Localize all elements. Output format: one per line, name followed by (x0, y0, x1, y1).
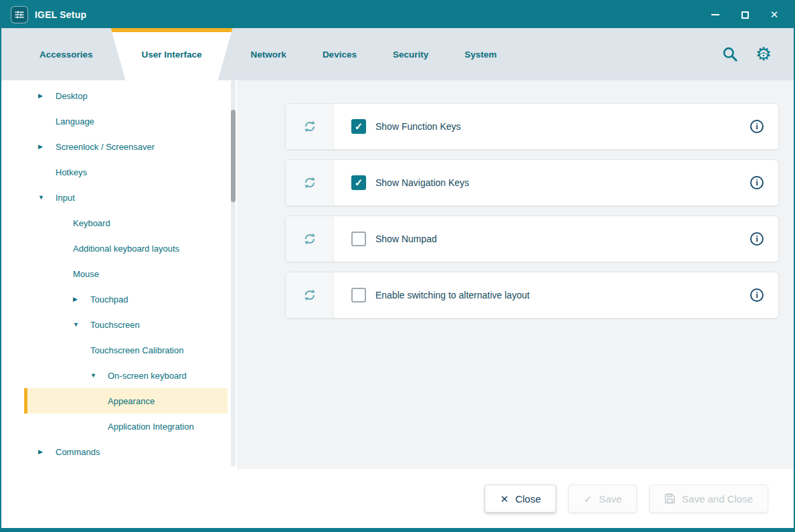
tab-label: User Interface (142, 50, 202, 60)
sidebar-item-appearance[interactable]: Appearance (24, 388, 228, 414)
info-icon[interactable]: i (750, 288, 764, 302)
save-and-close-button[interactable]: Save and Close (649, 484, 768, 513)
sidebar-item-touchpad[interactable]: ▶Touchpad (24, 286, 228, 312)
sidebar-item-label: Appearance (108, 396, 155, 406)
tab-network[interactable]: Network (233, 28, 304, 80)
tab-accessories[interactable]: Accessories (21, 28, 111, 80)
search-icon[interactable] (720, 44, 740, 64)
settings-list: ✓Show Function Keysi✓Show Navigation Key… (285, 103, 779, 319)
chevron-down-icon[interactable]: ▼ (73, 322, 90, 328)
tabs: AccessoriesUser InterfaceNetworkDevicesS… (21, 28, 515, 80)
tabbar-icons: ⚙ (720, 28, 794, 80)
sidebar-item-touchscreen[interactable]: ▼Touchscreen (24, 312, 228, 337)
tab-security[interactable]: Security (375, 28, 446, 80)
close-window-button[interactable]: ✕ (768, 9, 780, 21)
reset-to-default-icon[interactable] (286, 104, 334, 149)
chevron-down-icon[interactable]: ▼ (90, 373, 108, 379)
tab-label: Accessories (39, 50, 93, 60)
sidebar-item-touchscreen-calibration[interactable]: Touchscreen Calibration (24, 337, 228, 363)
sidebar-item-label: Desktop (56, 91, 88, 101)
setting-main: Enable switching to alternative layout (334, 288, 750, 302)
save-button[interactable]: ✓ Save (568, 484, 637, 513)
sidebar-item-label: Hotkeys (56, 167, 87, 177)
close-button[interactable]: ✕ Close (484, 484, 556, 513)
tab-label: Security (393, 50, 428, 60)
tab-system[interactable]: System (446, 28, 515, 80)
scrollbar-thumb[interactable] (231, 110, 236, 202)
main-area: ▶DesktopLanguage▶Screenlock / Screensave… (1, 80, 794, 469)
setting-main: ✓Show Navigation Keys (334, 175, 750, 190)
save-and-close-label: Save and Close (682, 493, 753, 505)
setting-row-show-numpad: Show Numpadi (285, 215, 779, 262)
sidebar-item-label: Touchscreen (90, 320, 140, 330)
chevron-right-icon[interactable]: ▶ (38, 93, 56, 99)
minimize-button[interactable] (709, 9, 721, 21)
igel-setup-window: IGEL Setup ✕ AccessoriesUser InterfaceNe… (0, 0, 795, 532)
tab-label: System (464, 50, 497, 60)
footer: ✕ Close ✓ Save Save and Close (1, 469, 794, 528)
sidebar-item-label: Commands (56, 447, 100, 457)
info-icon[interactable]: i (750, 176, 764, 189)
tab-user-interface[interactable]: User Interface (111, 28, 233, 80)
sidebar-item-input[interactable]: ▼Input (24, 185, 228, 210)
sidebar-item-label: On-screen keyboard (108, 371, 187, 381)
info-icon[interactable]: i (750, 232, 764, 246)
checkbox-enable-switching-to-alternative-layout[interactable] (351, 288, 366, 302)
sidebar-tree: ▶DesktopLanguage▶Screenlock / Screensave… (1, 83, 237, 464)
content-panel: ✓Show Function Keysi✓Show Navigation Key… (237, 80, 794, 469)
sidebar-item-language[interactable]: Language (24, 108, 228, 134)
igel-logo-icon (11, 6, 28, 23)
sidebar-item-label: Touchpad (90, 294, 128, 304)
sidebar-item-label: Screenlock / Screensaver (56, 142, 155, 152)
close-x-icon: ✕ (500, 494, 509, 504)
maximize-button[interactable] (739, 9, 751, 21)
tab-label: Devices (323, 50, 357, 60)
sidebar-item-hotkeys[interactable]: Hotkeys (24, 159, 228, 185)
sidebar-item-desktop[interactable]: ▶Desktop (24, 83, 228, 108)
eye-icon (760, 53, 768, 58)
checkbox-show-function-keys[interactable]: ✓ (351, 119, 366, 134)
sidebar-item-screenlock-screensaver[interactable]: ▶Screenlock / Screensaver (24, 134, 228, 159)
info-icon[interactable]: i (750, 120, 764, 133)
chevron-right-icon[interactable]: ▶ (38, 449, 56, 455)
chevron-right-icon[interactable]: ▶ (38, 144, 56, 150)
window-controls: ✕ (709, 9, 780, 21)
minimize-icon (711, 14, 719, 15)
chevron-right-icon[interactable]: ▶ (73, 296, 90, 302)
maximize-icon (741, 11, 749, 19)
sidebar-item-label: Mouse (73, 269, 99, 279)
setting-label: Enable switching to alternative layout (375, 290, 529, 300)
tab-bar: AccessoriesUser InterfaceNetworkDevicesS… (1, 28, 794, 80)
setting-row-show-navigation-keys: ✓Show Navigation Keysi (285, 159, 779, 206)
window-title: IGEL Setup (35, 9, 703, 20)
tab-devices[interactable]: Devices (304, 28, 375, 80)
reset-to-default-icon[interactable] (286, 216, 334, 262)
reset-to-default-icon[interactable] (286, 160, 334, 205)
sidebar-item-application-integration[interactable]: Application Integration (24, 414, 228, 439)
gear-eye-icon[interactable]: ⚙ (754, 44, 774, 64)
setting-row-enable-switching-to-alternative-layout: Enable switching to alternative layouti (285, 272, 779, 319)
setting-label: Show Function Keys (375, 121, 461, 132)
close-button-label: Close (515, 493, 541, 505)
sidebar-item-label: Additional keyboard layouts (73, 244, 179, 254)
sidebar-item-mouse[interactable]: Mouse (24, 261, 228, 286)
setting-main: ✓Show Function Keys (334, 119, 750, 134)
checkbox-show-navigation-keys[interactable]: ✓ (351, 175, 366, 190)
sidebar-item-label: Keyboard (73, 218, 110, 228)
sidebar-item-commands[interactable]: ▶Commands (24, 439, 228, 464)
sidebar-item-additional-keyboard-layouts[interactable]: Additional keyboard layouts (24, 236, 228, 261)
sidebar-scrollbar[interactable] (231, 80, 236, 466)
sidebar-item-label: Touchscreen Calibration (90, 345, 183, 355)
setting-main: Show Numpad (334, 232, 750, 246)
save-floppy-icon (665, 493, 675, 504)
titlebar: IGEL Setup ✕ (1, 1, 794, 28)
chevron-down-icon[interactable]: ▼ (38, 195, 56, 201)
checkbox-show-numpad[interactable] (351, 232, 366, 246)
setting-label: Show Navigation Keys (375, 177, 469, 188)
save-button-label: Save (599, 493, 622, 505)
sidebar: ▶DesktopLanguage▶Screenlock / Screensave… (1, 80, 237, 469)
reset-to-default-icon[interactable] (286, 272, 334, 318)
sidebar-item-keyboard[interactable]: Keyboard (24, 210, 228, 236)
tab-label: Network (251, 50, 286, 60)
sidebar-item-on-screen-keyboard[interactable]: ▼On-screen keyboard (24, 363, 228, 388)
